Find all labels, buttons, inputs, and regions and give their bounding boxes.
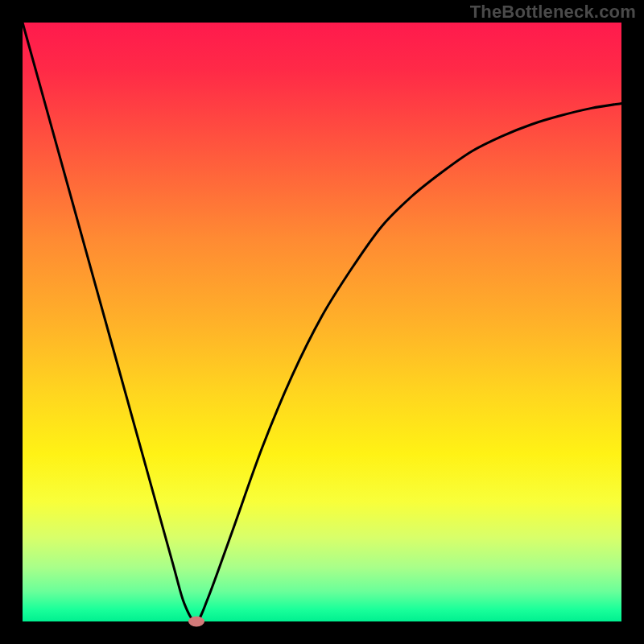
curve-path [23, 23, 621, 621]
chart-area [23, 23, 621, 621]
optimal-point-marker [188, 617, 204, 627]
bottleneck-curve [23, 23, 621, 621]
watermark-text: TheBottleneck.com [470, 2, 636, 23]
